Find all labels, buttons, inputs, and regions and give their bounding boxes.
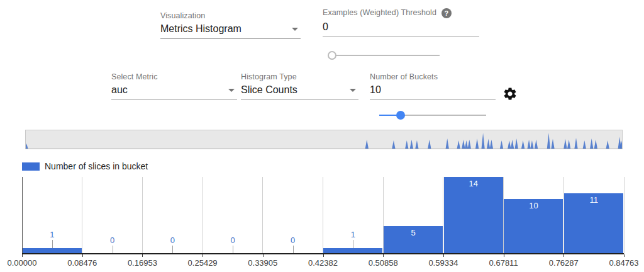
bar-value-label: 14 [469, 179, 478, 188]
x-axis-tick-label: 0.08476 [67, 258, 97, 268]
histogram-type-dropdown[interactable]: Histogram Type Slice Counts [241, 72, 358, 100]
axis-tick [624, 254, 625, 257]
gridline [262, 177, 263, 254]
threshold-label: Examples (Weighted) Threshold [323, 8, 436, 17]
histogram-type-value[interactable]: Slice Counts [241, 84, 358, 100]
axis-tick [22, 254, 23, 257]
axis-tick [383, 254, 384, 257]
bar-value-label: 1 [50, 230, 54, 239]
num-buckets-field: Number of Buckets 10 [370, 72, 496, 100]
gridline [22, 177, 23, 254]
bar-value-label: 1 [351, 230, 355, 239]
legend-label: Number of slices in bucket [45, 161, 148, 171]
histogram-plot-area[interactable]: 1000015141011 [22, 177, 624, 254]
threshold-input[interactable]: 0 [323, 21, 479, 37]
visualization-select[interactable]: Visualization Metrics Histogram [160, 11, 301, 39]
metrics-histogram-app: Visualization Metrics Histogram Examples… [0, 0, 644, 272]
visualization-value[interactable]: Metrics Histogram [160, 23, 301, 39]
settings-gear-icon[interactable] [502, 86, 518, 101]
axis-tick [142, 254, 143, 257]
threshold-slider[interactable] [328, 51, 440, 60]
slice-density-spikes [26, 130, 622, 149]
bar-value-label: 5 [411, 228, 415, 237]
x-axis-tick-label: 0.67811 [489, 258, 518, 268]
num-buckets-label: Number of Buckets [370, 72, 496, 81]
gridline [624, 177, 625, 254]
select-metric-label: Select Metric [111, 72, 237, 81]
x-axis-tick-label: 0.00000 [8, 258, 37, 268]
chevron-down-icon [228, 89, 235, 92]
bar-value-label: 0 [230, 235, 235, 245]
axis-tick [82, 254, 83, 257]
histogram-type-label: Histogram Type [241, 72, 358, 81]
gridline [82, 177, 82, 254]
histogram-bar[interactable] [444, 177, 503, 254]
threshold-slider-thumb[interactable] [328, 51, 336, 60]
slice-counts-histogram[interactable]: 1000015141011 0.000000.084760.169530.254… [22, 177, 624, 271]
bar-value-label: 0 [170, 235, 175, 245]
x-axis-tick-label: 0.42382 [308, 258, 338, 268]
num-buckets-slider[interactable] [379, 111, 486, 120]
axis-tick [263, 254, 264, 257]
threshold-field: Examples (Weighted) Threshold? 0 [323, 8, 479, 37]
threshold-slider-track[interactable] [332, 55, 440, 56]
annotation-stem [353, 240, 353, 248]
axis-tick [564, 254, 564, 257]
x-axis-tick-label: 0.16953 [128, 258, 157, 268]
bar-value-label: 0 [291, 235, 295, 245]
legend-swatch [22, 162, 40, 171]
select-metric-value[interactable]: auc [111, 84, 237, 100]
axis-tick [203, 254, 203, 257]
num-buckets-input[interactable]: 10 [370, 84, 496, 100]
axis-tick [323, 254, 324, 257]
x-axis-tick-label: 0.84763 [609, 258, 639, 268]
chart-legend: Number of slices in bucket [22, 161, 148, 171]
axis-tick [443, 254, 444, 257]
select-metric-dropdown[interactable]: Select Metric auc [111, 72, 237, 100]
chevron-down-icon [292, 28, 298, 31]
bar-value-label: 11 [589, 195, 598, 205]
x-axis-tick-label: 0.59334 [428, 258, 458, 268]
num-buckets-slider-thumb[interactable] [396, 111, 405, 120]
x-axis-tick-label: 0.25429 [188, 258, 218, 268]
bar-value-label: 0 [110, 235, 114, 245]
help-icon[interactable]: ? [441, 8, 452, 18]
gridline [142, 177, 143, 254]
chevron-down-icon [350, 89, 356, 92]
annotation-stem [52, 240, 53, 248]
axis-tick [504, 254, 504, 257]
visualization-label: Visualization [160, 11, 301, 20]
slice-overview-strip[interactable] [25, 130, 623, 149]
bar-value-label: 10 [529, 201, 538, 210]
gridline [203, 177, 203, 254]
x-axis-tick-label: 0.50858 [369, 258, 398, 268]
gridline [323, 177, 323, 254]
x-axis-tick-label: 0.33905 [248, 258, 277, 268]
x-axis-tick-label: 0.76287 [549, 258, 579, 268]
